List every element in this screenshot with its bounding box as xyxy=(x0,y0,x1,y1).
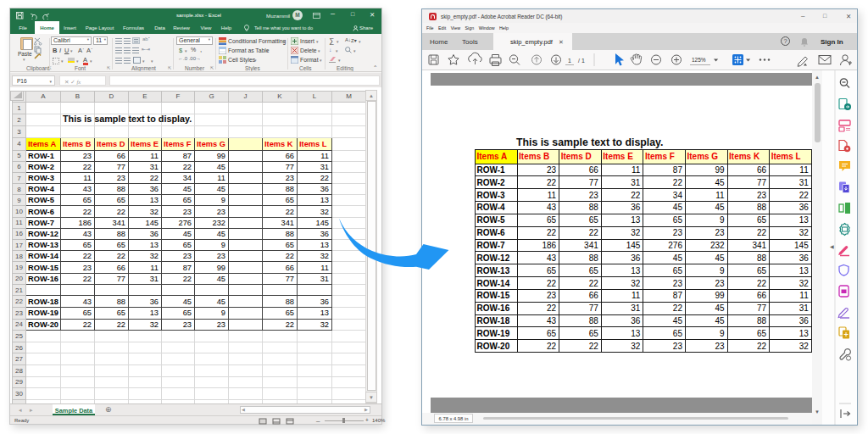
svg-text:1: 1 xyxy=(568,58,571,64)
svg-text:125%: 125% xyxy=(692,57,706,63)
svg-text:/ 1: / 1 xyxy=(578,58,585,64)
